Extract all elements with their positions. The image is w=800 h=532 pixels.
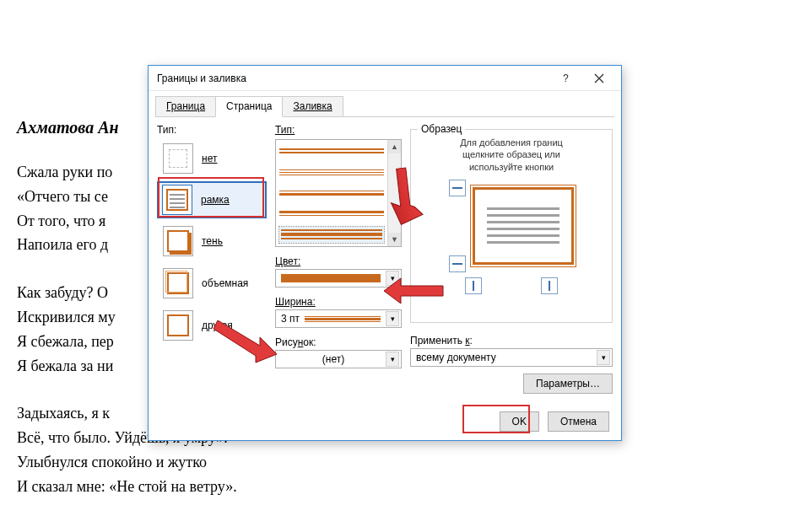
apply-to-label: Применить к: — [410, 335, 473, 347]
chevron-down-icon[interactable]: ▾ — [386, 311, 399, 326]
document-title: Ахматова Ан — [17, 118, 119, 137]
border-preview[interactable] — [473, 187, 574, 265]
chevron-down-icon[interactable]: ▾ — [597, 350, 610, 365]
art-combo[interactable]: (нет) ▾ — [275, 350, 402, 368]
toggle-right-border[interactable] — [541, 277, 558, 294]
art-label: Рисунок: — [275, 336, 402, 348]
setting-none-label: нет — [202, 153, 217, 164]
custom-icon — [163, 310, 193, 341]
doc-line: И сказал мне: «Не стой на ветру». — [17, 475, 354, 499]
setting-3d[interactable]: объемная — [157, 264, 267, 303]
line-style-list[interactable]: ▲ ▼ — [275, 139, 402, 247]
width-combo[interactable]: 3 пт ▾ — [275, 309, 402, 328]
toggle-top-border[interactable] — [449, 180, 466, 196]
tab-shading[interactable]: Заливка — [282, 96, 343, 116]
tab-border-label: Граница — [166, 100, 205, 112]
toggle-bottom-border[interactable] — [449, 255, 466, 272]
tab-page-label: Страница — [226, 100, 272, 112]
options-button[interactable]: Параметры… — [523, 373, 613, 394]
box-icon — [162, 185, 192, 215]
chevron-down-icon[interactable]: ▾ — [386, 271, 399, 286]
apply-to-combo[interactable]: всему документу ▾ — [410, 348, 613, 367]
apply-to-value: всему документу — [416, 352, 496, 363]
setting-3d-label: объемная — [202, 277, 248, 289]
setting-box-label: рамка — [201, 194, 230, 206]
style-column: Тип: ▲ ▼ Цвет: ▾ Ши — [275, 124, 402, 403]
style-label: Тип: — [275, 124, 402, 136]
color-swatch — [281, 274, 381, 282]
none-icon — [163, 143, 193, 174]
tab-border[interactable]: Граница — [155, 96, 216, 116]
tab-page[interactable]: Страница — [215, 96, 283, 117]
setting-shadow[interactable]: тень — [157, 222, 267, 261]
setting-box[interactable]: рамка — [157, 181, 267, 218]
width-value: 3 пт — [281, 313, 300, 325]
close-button[interactable] — [582, 67, 616, 90]
line-style-selected[interactable] — [279, 227, 384, 243]
color-label: Цвет: — [275, 255, 402, 267]
help-button[interactable]: ? — [549, 67, 582, 90]
doc-line: Улыбнулся спокойно и жутко — [17, 450, 354, 475]
tab-shading-label: Заливка — [293, 100, 332, 112]
ok-button[interactable]: OK — [500, 411, 539, 432]
art-value: (нет) — [281, 353, 386, 365]
dialog-footer: OK Отмена — [149, 403, 621, 440]
window-titlebar[interactable]: Границы и заливка ? — [149, 66, 621, 91]
setting-custom-label: другая — [202, 320, 233, 331]
color-combo[interactable]: ▾ — [275, 269, 402, 287]
setting-shadow-label: тень — [202, 235, 223, 247]
shadow-icon — [163, 226, 193, 256]
preview-column: Образец Для добавления границ щелкните о… — [410, 124, 613, 403]
scroll-down-icon[interactable]: ▼ — [388, 233, 401, 246]
threeD-icon — [163, 268, 193, 298]
toggle-left-border[interactable] — [465, 277, 482, 294]
setting-none[interactable]: нет — [157, 139, 267, 178]
setting-custom[interactable]: другая — [157, 306, 267, 345]
style-scrollbar[interactable]: ▲ ▼ — [387, 140, 401, 246]
scroll-up-icon[interactable]: ▲ — [388, 140, 401, 153]
setting-label: Тип: — [157, 124, 267, 136]
preview-hint: Для добавления границ щелкните образец и… — [418, 137, 605, 173]
preview-legend: Образец — [418, 123, 465, 135]
cancel-button[interactable]: Отмена — [548, 411, 609, 432]
window-title: Границы и заливка — [157, 73, 549, 84]
chevron-down-icon[interactable]: ▾ — [386, 352, 399, 367]
setting-column: Тип: нет рамка тень об — [157, 124, 267, 403]
svg-text:?: ? — [563, 73, 569, 84]
borders-shading-dialog: Границы и заливка ? Граница Страница Зал… — [148, 65, 622, 441]
tab-strip: Граница Страница Заливка — [149, 91, 621, 116]
width-label: Ширина: — [275, 296, 402, 308]
